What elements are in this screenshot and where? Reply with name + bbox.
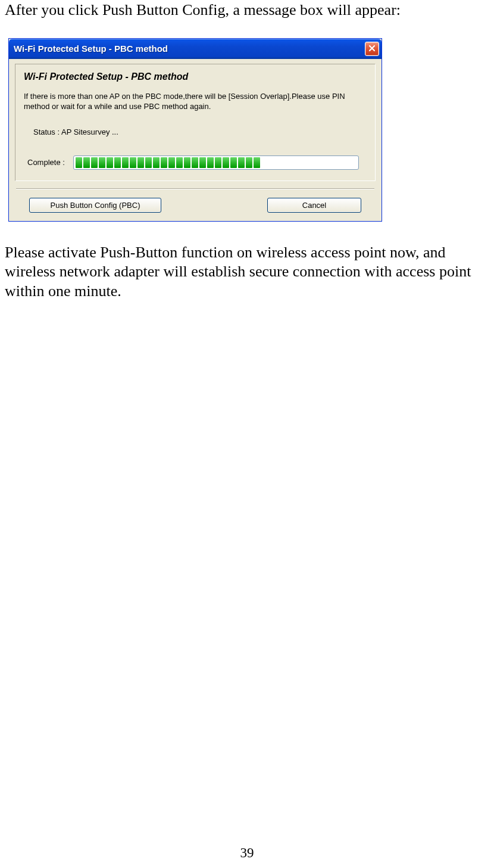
progress-segment — [76, 157, 82, 168]
panel-separator — [16, 188, 374, 189]
status-row: Status : AP Sitesurvey ... — [24, 127, 367, 136]
progress-segment — [107, 157, 113, 168]
panel-description: If there is more than one AP on the PBC … — [24, 92, 367, 112]
progress-segment — [153, 157, 160, 168]
progress-segment — [199, 157, 206, 168]
push-button-config-button[interactable]: Push Button Config (PBC) — [29, 198, 161, 213]
progress-segment — [137, 157, 144, 168]
outro-paragraph: Please activate Push-Button function on … — [5, 243, 489, 301]
progress-segment — [91, 157, 98, 168]
intro-paragraph: After you click Push Button Config, a me… — [5, 0, 489, 20]
page-number: 39 — [0, 845, 494, 861]
progress-segment — [145, 157, 152, 168]
progress-segment — [215, 157, 221, 168]
progress-segment — [238, 157, 245, 168]
progress-bar — [73, 155, 359, 170]
progress-segment — [246, 157, 252, 168]
progress-segment — [230, 157, 237, 168]
dialog-inner-panel: Wi-Fi Protected Setup - PBC method If th… — [15, 64, 376, 181]
panel-title: Wi-Fi Protected Setup - PBC method — [24, 71, 367, 82]
close-button[interactable] — [365, 42, 379, 56]
progress-segment — [207, 157, 214, 168]
cancel-button[interactable]: Cancel — [267, 198, 361, 213]
status-label: Status : AP Sitesurvey ... — [33, 127, 118, 136]
dialog-title: Wi-Fi Protected Setup - PBC method — [14, 43, 365, 54]
close-icon — [368, 43, 376, 54]
progress-segment — [176, 157, 183, 168]
dialog-titlebar[interactable]: Wi-Fi Protected Setup - PBC method — [9, 39, 382, 59]
progress-segment — [168, 157, 175, 168]
dialog-body: Wi-Fi Protected Setup - PBC method If th… — [9, 59, 382, 221]
progress-segment — [161, 157, 167, 168]
progress-segment — [99, 157, 105, 168]
progress-segment — [122, 157, 129, 168]
progress-segment — [254, 157, 260, 168]
progress-segment — [192, 157, 198, 168]
progress-segment — [114, 157, 121, 168]
complete-label: Complete : — [27, 158, 65, 167]
progress-segment — [223, 157, 229, 168]
wps-dialog-window: Wi-Fi Protected Setup - PBC method Wi-Fi… — [8, 38, 382, 222]
progress-segment — [83, 157, 90, 168]
dialog-buttons-row: Push Button Config (PBC) Cancel — [15, 198, 376, 215]
progress-segment — [130, 157, 136, 168]
complete-row: Complete : — [24, 155, 367, 170]
progress-segment — [184, 157, 190, 168]
